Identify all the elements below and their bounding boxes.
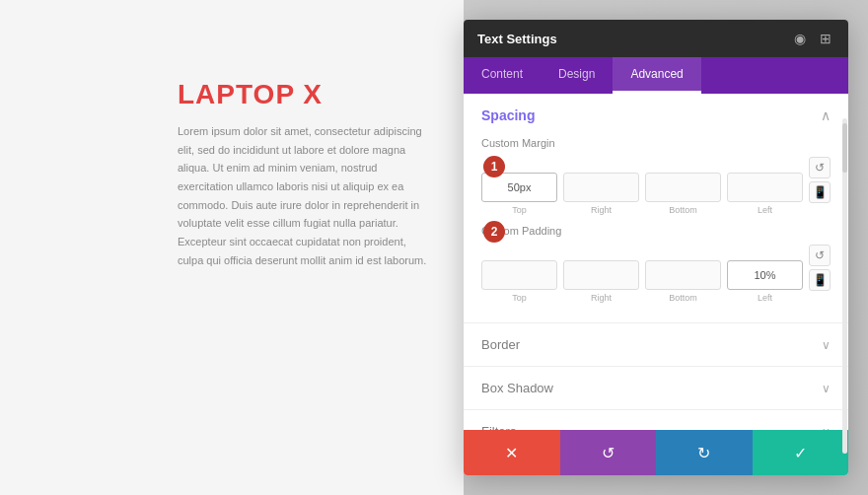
panel-footer: ✕ ↺ ↻ ✓ [464, 430, 848, 475]
box-shadow-section: Box Shadow ∨ [464, 367, 848, 410]
padding-left-label: Left [758, 293, 772, 303]
padding-top-group: Top [481, 260, 557, 303]
padding-actions: ↺ 📱 [809, 245, 831, 291]
margin-top-label: Top [512, 205, 527, 215]
padding-top-label: Top [512, 293, 527, 303]
badge-two: 2 [483, 221, 505, 243]
padding-device-btn[interactable]: 📱 [809, 269, 831, 291]
margin-right-label: Right [591, 205, 612, 215]
border-section: Border ∨ [464, 323, 848, 367]
custom-margin-row: Top Right Bottom Left ↺ [481, 157, 831, 215]
box-shadow-section-header[interactable]: Box Shadow ∨ [464, 367, 848, 409]
margin-left-group: Left [727, 173, 803, 215]
margin-reset-btn[interactable]: ↺ [809, 157, 831, 178]
margin-actions: ↺ 📱 [809, 157, 831, 203]
text-settings-panel: Text Settings ◉ ⊞ Content Design Advance… [464, 20, 848, 475]
scroll-thumb[interactable] [842, 123, 847, 173]
margin-right-group: Right [563, 173, 639, 215]
panel-header: Text Settings ◉ ⊞ [464, 20, 848, 57]
custom-padding-row: Top Right Bottom Left [481, 245, 831, 303]
eye-icon[interactable]: ◉ [791, 30, 809, 47]
panel-content[interactable]: Spacing ∧ Custom Margin Top Right [464, 94, 848, 430]
spacing-chevron-up-icon: ∧ [821, 107, 831, 123]
padding-left-group: Left [727, 260, 803, 303]
box-shadow-title: Box Shadow [481, 381, 553, 395]
padding-left-input[interactable] [727, 260, 803, 290]
margin-bottom-group: Bottom [645, 173, 721, 215]
reset-button[interactable]: ↺ [560, 430, 657, 475]
margin-bottom-input[interactable] [645, 173, 721, 202]
tab-advanced[interactable]: Advanced [613, 57, 700, 94]
panel-header-icons: ◉ ⊞ [791, 30, 834, 47]
filters-section: Filters ∨ [464, 410, 848, 430]
spacing-section-content: Custom Margin Top Right Bottom [464, 137, 848, 322]
border-chevron-icon: ∨ [822, 338, 831, 352]
tab-design[interactable]: Design [541, 57, 613, 94]
padding-bottom-group: Bottom [645, 260, 721, 303]
padding-right-group: Right [563, 260, 639, 303]
filters-section-header[interactable]: Filters ∨ [464, 410, 848, 430]
padding-right-label: Right [591, 293, 612, 303]
margin-bottom-label: Bottom [669, 205, 697, 215]
spacing-title: Spacing [481, 107, 535, 123]
panel-title: Text Settings [477, 32, 557, 46]
tab-content[interactable]: Content [464, 57, 541, 94]
spacing-section-header[interactable]: Spacing ∧ [464, 94, 848, 137]
margin-device-btn[interactable]: 📱 [809, 181, 831, 203]
margin-top-group: Top [481, 173, 557, 215]
padding-reset-btn[interactable]: ↺ [809, 245, 831, 266]
content-body: Lorem ipsum dolor sit amet, consectetur … [178, 122, 434, 270]
padding-top-input[interactable] [481, 260, 557, 290]
custom-padding-label: Custom Padding [481, 225, 831, 237]
border-title: Border [481, 337, 520, 352]
cancel-button[interactable]: ✕ [464, 430, 560, 475]
scroll-track [842, 118, 847, 454]
custom-margin-label: Custom Margin [481, 137, 831, 149]
border-section-header[interactable]: Border ∨ [464, 323, 848, 366]
margin-left-label: Left [758, 205, 772, 215]
content-area: LAPTOP X Lorem ipsum dolor sit amet, con… [0, 0, 464, 495]
redo-button[interactable]: ↻ [656, 430, 753, 475]
padding-bottom-input[interactable] [645, 260, 721, 290]
confirm-button[interactable]: ✓ [753, 430, 849, 475]
margin-right-input[interactable] [563, 173, 639, 202]
columns-icon[interactable]: ⊞ [817, 30, 834, 47]
padding-bottom-label: Bottom [669, 293, 697, 303]
panel-tabs: Content Design Advanced [464, 57, 848, 94]
padding-right-input[interactable] [563, 260, 639, 290]
badge-one: 1 [483, 156, 505, 177]
margin-left-input[interactable] [727, 173, 803, 202]
content-title: LAPTOP X [178, 79, 434, 110]
spacing-section: Spacing ∧ Custom Margin Top Right [464, 94, 848, 323]
box-shadow-chevron-icon: ∨ [822, 382, 831, 395]
